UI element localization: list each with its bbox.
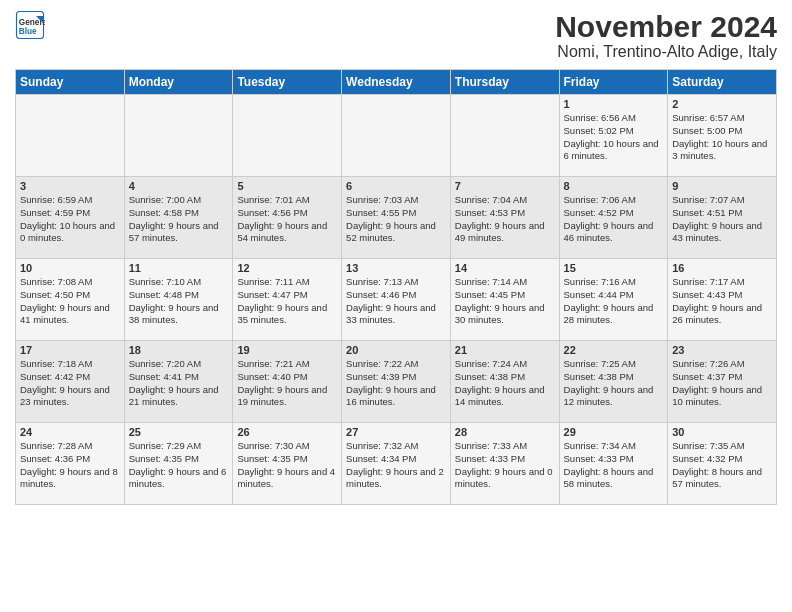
calendar-cell: 4Sunrise: 7:00 AMSunset: 4:58 PMDaylight… xyxy=(124,177,233,259)
logo-icon: General Blue xyxy=(15,10,45,40)
page-container: General Blue November 2024 Nomi, Trentin… xyxy=(0,0,792,510)
day-info: Sunrise: 7:06 AMSunset: 4:52 PMDaylight:… xyxy=(564,194,664,245)
header-wednesday: Wednesday xyxy=(342,70,451,95)
day-number: 12 xyxy=(237,262,337,274)
day-info: Sunrise: 7:00 AMSunset: 4:58 PMDaylight:… xyxy=(129,194,229,245)
calendar-cell xyxy=(16,95,125,177)
calendar-cell: 24Sunrise: 7:28 AMSunset: 4:36 PMDayligh… xyxy=(16,423,125,505)
day-number: 17 xyxy=(20,344,120,356)
calendar-cell: 21Sunrise: 7:24 AMSunset: 4:38 PMDayligh… xyxy=(450,341,559,423)
day-info: Sunrise: 7:29 AMSunset: 4:35 PMDaylight:… xyxy=(129,440,229,491)
day-number: 1 xyxy=(564,98,664,110)
page-subtitle: Nomi, Trentino-Alto Adige, Italy xyxy=(555,43,777,61)
day-number: 4 xyxy=(129,180,229,192)
calendar-week-2: 3Sunrise: 6:59 AMSunset: 4:59 PMDaylight… xyxy=(16,177,777,259)
calendar-cell: 13Sunrise: 7:13 AMSunset: 4:46 PMDayligh… xyxy=(342,259,451,341)
day-number: 13 xyxy=(346,262,446,274)
calendar-header-row: Sunday Monday Tuesday Wednesday Thursday… xyxy=(16,70,777,95)
calendar-cell: 22Sunrise: 7:25 AMSunset: 4:38 PMDayligh… xyxy=(559,341,668,423)
header-saturday: Saturday xyxy=(668,70,777,95)
day-number: 24 xyxy=(20,426,120,438)
calendar-cell: 27Sunrise: 7:32 AMSunset: 4:34 PMDayligh… xyxy=(342,423,451,505)
calendar-cell: 16Sunrise: 7:17 AMSunset: 4:43 PMDayligh… xyxy=(668,259,777,341)
day-number: 21 xyxy=(455,344,555,356)
day-info: Sunrise: 7:30 AMSunset: 4:35 PMDaylight:… xyxy=(237,440,337,491)
day-number: 8 xyxy=(564,180,664,192)
day-info: Sunrise: 7:35 AMSunset: 4:32 PMDaylight:… xyxy=(672,440,772,491)
calendar-week-1: 1Sunrise: 6:56 AMSunset: 5:02 PMDaylight… xyxy=(16,95,777,177)
day-info: Sunrise: 7:21 AMSunset: 4:40 PMDaylight:… xyxy=(237,358,337,409)
header-tuesday: Tuesday xyxy=(233,70,342,95)
calendar-cell: 6Sunrise: 7:03 AMSunset: 4:55 PMDaylight… xyxy=(342,177,451,259)
calendar-cell: 7Sunrise: 7:04 AMSunset: 4:53 PMDaylight… xyxy=(450,177,559,259)
day-info: Sunrise: 7:11 AMSunset: 4:47 PMDaylight:… xyxy=(237,276,337,327)
calendar-cell: 8Sunrise: 7:06 AMSunset: 4:52 PMDaylight… xyxy=(559,177,668,259)
day-info: Sunrise: 7:32 AMSunset: 4:34 PMDaylight:… xyxy=(346,440,446,491)
day-number: 14 xyxy=(455,262,555,274)
day-number: 22 xyxy=(564,344,664,356)
header-monday: Monday xyxy=(124,70,233,95)
calendar-cell: 2Sunrise: 6:57 AMSunset: 5:00 PMDaylight… xyxy=(668,95,777,177)
day-info: Sunrise: 7:10 AMSunset: 4:48 PMDaylight:… xyxy=(129,276,229,327)
day-info: Sunrise: 7:20 AMSunset: 4:41 PMDaylight:… xyxy=(129,358,229,409)
day-number: 20 xyxy=(346,344,446,356)
day-number: 6 xyxy=(346,180,446,192)
calendar-table: Sunday Monday Tuesday Wednesday Thursday… xyxy=(15,69,777,505)
calendar-cell: 26Sunrise: 7:30 AMSunset: 4:35 PMDayligh… xyxy=(233,423,342,505)
page-title: November 2024 xyxy=(555,10,777,43)
logo: General Blue xyxy=(15,10,45,40)
day-number: 2 xyxy=(672,98,772,110)
day-info: Sunrise: 6:56 AMSunset: 5:02 PMDaylight:… xyxy=(564,112,664,163)
calendar-cell: 29Sunrise: 7:34 AMSunset: 4:33 PMDayligh… xyxy=(559,423,668,505)
calendar-week-4: 17Sunrise: 7:18 AMSunset: 4:42 PMDayligh… xyxy=(16,341,777,423)
day-number: 15 xyxy=(564,262,664,274)
day-info: Sunrise: 7:16 AMSunset: 4:44 PMDaylight:… xyxy=(564,276,664,327)
day-info: Sunrise: 7:25 AMSunset: 4:38 PMDaylight:… xyxy=(564,358,664,409)
day-number: 16 xyxy=(672,262,772,274)
calendar-cell: 11Sunrise: 7:10 AMSunset: 4:48 PMDayligh… xyxy=(124,259,233,341)
day-info: Sunrise: 7:07 AMSunset: 4:51 PMDaylight:… xyxy=(672,194,772,245)
day-number: 7 xyxy=(455,180,555,192)
day-info: Sunrise: 7:14 AMSunset: 4:45 PMDaylight:… xyxy=(455,276,555,327)
day-number: 29 xyxy=(564,426,664,438)
day-info: Sunrise: 6:59 AMSunset: 4:59 PMDaylight:… xyxy=(20,194,120,245)
calendar-cell: 28Sunrise: 7:33 AMSunset: 4:33 PMDayligh… xyxy=(450,423,559,505)
calendar-cell: 1Sunrise: 6:56 AMSunset: 5:02 PMDaylight… xyxy=(559,95,668,177)
day-info: Sunrise: 7:24 AMSunset: 4:38 PMDaylight:… xyxy=(455,358,555,409)
calendar-cell: 15Sunrise: 7:16 AMSunset: 4:44 PMDayligh… xyxy=(559,259,668,341)
day-info: Sunrise: 7:22 AMSunset: 4:39 PMDaylight:… xyxy=(346,358,446,409)
calendar-cell: 20Sunrise: 7:22 AMSunset: 4:39 PMDayligh… xyxy=(342,341,451,423)
day-number: 18 xyxy=(129,344,229,356)
day-number: 10 xyxy=(20,262,120,274)
calendar-cell: 18Sunrise: 7:20 AMSunset: 4:41 PMDayligh… xyxy=(124,341,233,423)
day-number: 3 xyxy=(20,180,120,192)
day-number: 19 xyxy=(237,344,337,356)
calendar-cell: 9Sunrise: 7:07 AMSunset: 4:51 PMDaylight… xyxy=(668,177,777,259)
day-info: Sunrise: 7:13 AMSunset: 4:46 PMDaylight:… xyxy=(346,276,446,327)
header-sunday: Sunday xyxy=(16,70,125,95)
calendar-cell xyxy=(233,95,342,177)
svg-text:Blue: Blue xyxy=(19,27,37,36)
day-number: 26 xyxy=(237,426,337,438)
day-number: 23 xyxy=(672,344,772,356)
calendar-cell xyxy=(342,95,451,177)
calendar-cell: 17Sunrise: 7:18 AMSunset: 4:42 PMDayligh… xyxy=(16,341,125,423)
header-friday: Friday xyxy=(559,70,668,95)
day-info: Sunrise: 7:28 AMSunset: 4:36 PMDaylight:… xyxy=(20,440,120,491)
day-number: 25 xyxy=(129,426,229,438)
title-block: November 2024 Nomi, Trentino-Alto Adige,… xyxy=(555,10,777,61)
day-info: Sunrise: 7:33 AMSunset: 4:33 PMDaylight:… xyxy=(455,440,555,491)
header-thursday: Thursday xyxy=(450,70,559,95)
calendar-cell: 3Sunrise: 6:59 AMSunset: 4:59 PMDaylight… xyxy=(16,177,125,259)
calendar-week-5: 24Sunrise: 7:28 AMSunset: 4:36 PMDayligh… xyxy=(16,423,777,505)
day-info: Sunrise: 7:34 AMSunset: 4:33 PMDaylight:… xyxy=(564,440,664,491)
calendar-cell: 19Sunrise: 7:21 AMSunset: 4:40 PMDayligh… xyxy=(233,341,342,423)
calendar-cell: 12Sunrise: 7:11 AMSunset: 4:47 PMDayligh… xyxy=(233,259,342,341)
calendar-cell: 30Sunrise: 7:35 AMSunset: 4:32 PMDayligh… xyxy=(668,423,777,505)
day-info: Sunrise: 7:17 AMSunset: 4:43 PMDaylight:… xyxy=(672,276,772,327)
day-number: 27 xyxy=(346,426,446,438)
calendar-cell: 5Sunrise: 7:01 AMSunset: 4:56 PMDaylight… xyxy=(233,177,342,259)
calendar-week-3: 10Sunrise: 7:08 AMSunset: 4:50 PMDayligh… xyxy=(16,259,777,341)
day-info: Sunrise: 7:01 AMSunset: 4:56 PMDaylight:… xyxy=(237,194,337,245)
day-number: 5 xyxy=(237,180,337,192)
